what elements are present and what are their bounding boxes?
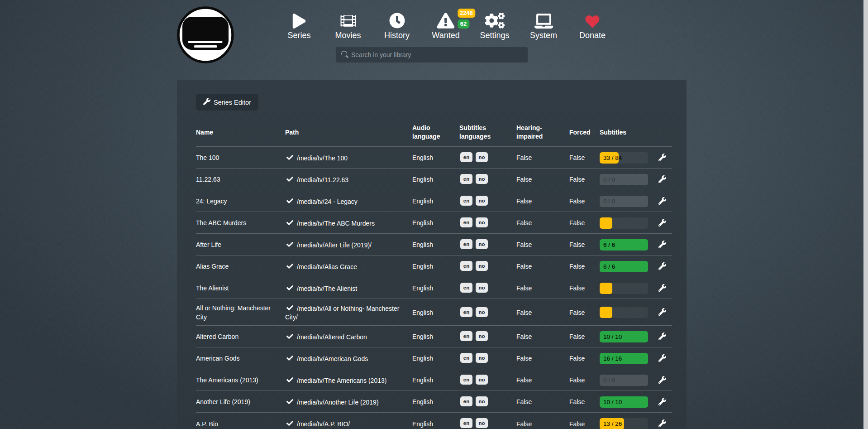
- edit-series-button[interactable]: [658, 197, 666, 205]
- series-editor-button[interactable]: Series Editor: [196, 94, 258, 111]
- column-header: Forced: [569, 119, 600, 146]
- edit-series-button[interactable]: [658, 219, 666, 227]
- progress-label: 10 / 10: [603, 396, 622, 408]
- forced: False: [569, 347, 600, 369]
- audio-language: English: [412, 212, 459, 233]
- series-path: /media/tv/The Alienist: [285, 277, 412, 299]
- edit-series-button[interactable]: [658, 398, 666, 405]
- edit-series-button[interactable]: [658, 419, 666, 427]
- series-row: A.P. Bio/media/tv/A.P. BIO/EnglishennoFa…: [196, 412, 672, 429]
- edit-series-button[interactable]: [658, 154, 666, 161]
- series-name[interactable]: The ABC Murders: [196, 212, 285, 233]
- forced: False: [569, 412, 600, 429]
- actions-cell: [654, 325, 672, 347]
- subtitles-progress: 0 / 0: [600, 375, 648, 386]
- subtitles-cell: [600, 277, 654, 299]
- series-name[interactable]: The 100: [196, 146, 285, 168]
- nav-item-movies[interactable]: Movies: [335, 10, 361, 40]
- subtitles-languages: enno: [459, 347, 516, 369]
- series-row: The ABC Murders/media/tv/The ABC Murders…: [196, 212, 672, 233]
- nav-item-series[interactable]: Series: [287, 10, 310, 40]
- nav-item-donate[interactable]: Donate: [579, 10, 606, 40]
- hearing-impaired: False: [516, 255, 569, 277]
- series-name[interactable]: The Americans (2013): [196, 369, 285, 390]
- series-name[interactable]: Altered Carbon: [196, 325, 285, 347]
- edit-series-button[interactable]: [658, 284, 666, 292]
- language-badge: no: [476, 307, 488, 317]
- actions-cell: [654, 277, 672, 299]
- check-icon: [286, 220, 293, 227]
- progress-fill: [600, 283, 612, 294]
- hearing-impaired: False: [516, 277, 569, 299]
- language-badge: en: [460, 331, 472, 341]
- series-row: All or Nothing: Manchester City/media/tv…: [196, 299, 672, 325]
- series-path: /media/tv/American Gods: [285, 347, 412, 369]
- series-path: /media/tv/The Americans (2013): [285, 369, 412, 390]
- check-icon: [286, 334, 293, 341]
- language-badge: no: [476, 152, 488, 162]
- series-name[interactable]: 24: Legacy: [196, 190, 285, 212]
- actions-cell: [654, 146, 672, 168]
- audio-language: English: [412, 233, 459, 255]
- column-header: Name: [196, 119, 285, 146]
- bazarr-logo[interactable]: [177, 6, 234, 64]
- forced: False: [569, 255, 600, 277]
- series-name[interactable]: 11.22.63: [196, 168, 285, 190]
- search-bar: [336, 47, 528, 63]
- series-name[interactable]: Another Life (2019): [196, 390, 285, 412]
- subtitles-languages: enno: [459, 277, 516, 299]
- nav-item-history[interactable]: History: [384, 10, 410, 40]
- forced: False: [569, 277, 600, 299]
- edit-series-button[interactable]: [658, 175, 666, 183]
- subtitles-progress: 0 / 0: [600, 174, 648, 185]
- check-icon: [286, 421, 293, 428]
- language-badge: en: [460, 196, 472, 206]
- edit-series-button[interactable]: [658, 262, 666, 270]
- language-badge: en: [460, 174, 472, 184]
- series-name[interactable]: Alias Grace: [196, 255, 285, 277]
- nav-item-settings[interactable]: Settings: [480, 10, 509, 40]
- series-name[interactable]: American Gods: [196, 347, 285, 369]
- audio-language: English: [412, 347, 459, 369]
- nav-label-settings: Settings: [480, 31, 509, 40]
- series-row: 11.22.63/media/tv/11.22.63EnglishennoFal…: [196, 168, 672, 190]
- check-icon: [286, 264, 293, 271]
- series-path: /media/tv/All or Nothing- Manchester Cit…: [285, 299, 412, 325]
- subtitles-progress: [600, 283, 648, 294]
- series-path: /media/tv/24 - Legacy: [285, 190, 412, 212]
- series-name[interactable]: All or Nothing: Manchester City: [196, 299, 285, 325]
- progress-label: 10 / 10: [603, 331, 622, 342]
- series-name[interactable]: After Life: [196, 233, 285, 255]
- hearing-impaired: False: [516, 390, 569, 412]
- search-input[interactable]: [351, 51, 522, 58]
- edit-series-button[interactable]: [658, 333, 666, 340]
- forced: False: [569, 369, 600, 390]
- edit-series-button[interactable]: [658, 308, 666, 316]
- language-badge: no: [476, 375, 488, 385]
- series-row: American Gods/media/tv/American GodsEngl…: [196, 347, 672, 369]
- audio-language: English: [412, 390, 459, 412]
- series-name[interactable]: A.P. Bio: [196, 412, 285, 429]
- page-scrollbar[interactable]: [863, 0, 868, 429]
- series-row: The 100/media/tv/The 100EnglishennoFalse…: [196, 146, 672, 168]
- series-path: /media/tv/Another Life (2019): [285, 390, 412, 412]
- column-header: Path: [285, 119, 412, 146]
- series-path: /media/tv/After Life (2019)/: [285, 233, 412, 255]
- column-header: Audio language: [412, 119, 459, 146]
- subtitles-languages: enno: [459, 212, 516, 233]
- edit-series-button[interactable]: [658, 354, 666, 362]
- subtitles-progress: 16 / 16: [600, 353, 648, 364]
- progress-label: 6 / 6: [603, 239, 615, 251]
- check-icon: [286, 155, 293, 162]
- header-row: NamePathAudio languageSubtitles language…: [196, 119, 672, 146]
- edit-series-button[interactable]: [658, 376, 666, 384]
- column-header: Subtitles languages: [459, 119, 516, 146]
- series-name[interactable]: The Alienist: [196, 277, 285, 299]
- subtitles-cell: [600, 299, 654, 325]
- edit-series-button[interactable]: [658, 241, 666, 248]
- hearing-impaired: False: [516, 325, 569, 347]
- actions-cell: [654, 190, 672, 212]
- nav-item-wanted[interactable]: 224662Wanted: [432, 10, 459, 40]
- nav-item-system[interactable]: System: [530, 10, 557, 40]
- check-icon: [286, 356, 293, 363]
